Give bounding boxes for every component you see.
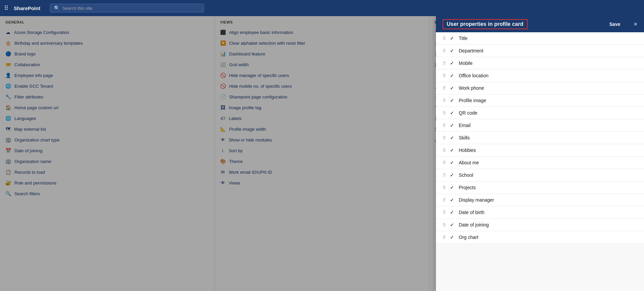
app-logo: SharePoint <box>14 5 40 11</box>
property-item[interactable]: ⠿ ✓ Work phone <box>436 82 644 94</box>
check-icon: ✓ <box>450 185 455 190</box>
property-item[interactable]: ⠿ ✓ Email <box>436 119 644 132</box>
check-icon: ✓ <box>450 222 455 227</box>
property-name: Work phone <box>459 85 484 91</box>
property-item[interactable]: ⠿ ✓ Office location <box>436 70 644 82</box>
check-icon: ✓ <box>450 173 455 178</box>
drag-handle-icon: ⠿ <box>443 160 446 165</box>
drag-handle-icon: ⠿ <box>443 222 446 227</box>
property-name: Email <box>459 123 470 128</box>
drag-handle-icon: ⠿ <box>443 210 446 215</box>
drag-handle-icon: ⠿ <box>443 173 446 178</box>
check-icon: ✓ <box>450 198 455 203</box>
property-item[interactable]: ⠿ ✓ Org chart <box>436 231 644 244</box>
modal-title-box: User properties in profile card <box>443 19 528 29</box>
property-item[interactable]: ⠿ ✓ Hobbies <box>436 144 644 157</box>
property-item[interactable]: ⠿ ✓ Profile image <box>436 94 644 107</box>
property-item[interactable]: ⠿ ✓ Projects <box>436 181 644 194</box>
property-item[interactable]: ⠿ ✓ QR code <box>436 107 644 119</box>
property-item[interactable]: ⠿ ✓ Display manager <box>436 194 644 206</box>
property-name: Office location <box>459 73 488 78</box>
property-name: Org chart <box>459 235 478 240</box>
check-icon: ✓ <box>450 61 455 66</box>
grid-icon[interactable]: ⠿ <box>4 4 8 12</box>
drag-handle-icon: ⠿ <box>443 36 446 41</box>
property-name: Skills <box>459 135 470 140</box>
search-input[interactable] <box>62 6 200 11</box>
property-item[interactable]: ⠿ ✓ Date of birth <box>436 206 644 219</box>
property-name: QR code <box>459 110 477 116</box>
property-item[interactable]: ⠿ ✓ Date of joining <box>436 219 644 231</box>
property-name: Department <box>459 48 483 53</box>
property-name: School <box>459 172 473 178</box>
modal-body: ⠿ ✓ Title ⠿ ✓ Department ⠿ ✓ Mobile ⠿ ✓ … <box>436 32 644 291</box>
check-icon: ✓ <box>450 86 455 91</box>
drag-handle-icon: ⠿ <box>443 111 446 116</box>
check-icon: ✓ <box>450 73 455 78</box>
property-item[interactable]: ⠿ ✓ Mobile <box>436 57 644 70</box>
drag-handle-icon: ⠿ <box>443 185 446 190</box>
check-icon: ✓ <box>450 160 455 165</box>
property-list: ⠿ ✓ Title ⠿ ✓ Department ⠿ ✓ Mobile ⠿ ✓ … <box>436 32 644 244</box>
drag-handle-icon: ⠿ <box>443 135 446 140</box>
property-item[interactable]: ⠿ ✓ Title <box>436 32 644 45</box>
save-button[interactable]: Save <box>601 19 629 30</box>
drag-handle-icon: ⠿ <box>443 61 446 66</box>
modal-panel: User properties in profile card Save × ⠿… <box>436 16 644 291</box>
close-button[interactable]: × <box>634 21 637 27</box>
property-name: Display manager <box>459 197 494 203</box>
property-name: Title <box>459 36 467 41</box>
drag-handle-icon: ⠿ <box>443 48 446 53</box>
drag-handle-icon: ⠿ <box>443 98 446 103</box>
search-icon: 🔍 <box>54 5 60 11</box>
check-icon: ✓ <box>450 135 455 140</box>
check-icon: ✓ <box>450 235 455 240</box>
property-item[interactable]: ⠿ ✓ Department <box>436 45 644 57</box>
drag-handle-icon: ⠿ <box>443 198 446 203</box>
property-name: Date of birth <box>459 210 484 215</box>
check-icon: ✓ <box>450 48 455 53</box>
property-item[interactable]: ⠿ ✓ Skills <box>436 132 644 144</box>
search-bar[interactable]: 🔍 <box>50 4 204 12</box>
check-icon: ✓ <box>450 98 455 103</box>
check-icon: ✓ <box>450 111 455 116</box>
drag-handle-icon: ⠿ <box>443 73 446 78</box>
check-icon: ✓ <box>450 148 455 153</box>
check-icon: ✓ <box>450 210 455 215</box>
property-name: Mobile <box>459 60 473 66</box>
property-name: Projects <box>459 185 476 190</box>
property-name: Date of joining <box>459 222 489 227</box>
modal-title: User properties in profile card <box>447 21 524 27</box>
drag-handle-icon: ⠿ <box>443 235 446 240</box>
drag-handle-icon: ⠿ <box>443 148 446 153</box>
property-item[interactable]: ⠿ ✓ School <box>436 169 644 181</box>
property-name: Profile image <box>459 98 486 103</box>
property-name: About me <box>459 160 479 165</box>
drag-handle-icon: ⠿ <box>443 123 446 128</box>
property-name: Hobbies <box>459 148 476 153</box>
drag-handle-icon: ⠿ <box>443 86 446 91</box>
check-icon: ✓ <box>450 36 455 41</box>
modal-header: User properties in profile card Save × <box>436 16 644 32</box>
check-icon: ✓ <box>450 123 455 128</box>
property-item[interactable]: ⠿ ✓ About me <box>436 157 644 169</box>
main-content: General ☁ Azure Storage Configuration 🎂 … <box>0 16 644 291</box>
top-nav: ⠿ SharePoint 🔍 <box>0 0 644 16</box>
